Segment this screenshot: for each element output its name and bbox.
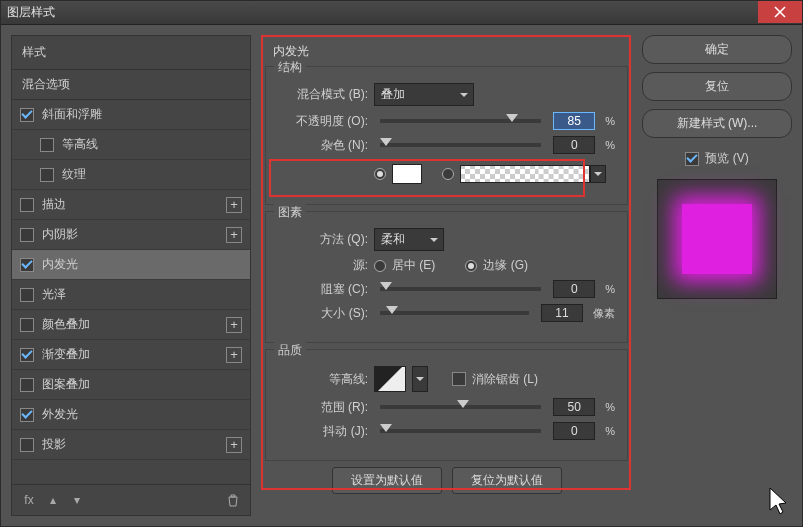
preview-swatch <box>682 204 752 274</box>
style-label: 光泽 <box>42 286 66 303</box>
antialias-label: 消除锯齿 (L) <box>472 371 538 388</box>
contour-label: 等高线: <box>278 371 368 388</box>
technique-select[interactable]: 柔和 <box>374 228 444 251</box>
new-style-button[interactable]: 新建样式 (W)... <box>642 109 792 138</box>
titlebar: 图层样式 <box>1 1 802 25</box>
style-row-10[interactable]: 外发光 <box>12 400 250 430</box>
source-center-radio[interactable] <box>374 260 386 272</box>
style-checkbox[interactable] <box>20 198 34 212</box>
quality-title: 品质 <box>274 342 306 359</box>
style-checkbox[interactable] <box>20 438 34 452</box>
style-row-7[interactable]: 颜色叠加+ <box>12 310 250 340</box>
trash-icon[interactable] <box>224 491 242 509</box>
style-row-2[interactable]: 纹理 <box>12 160 250 190</box>
style-checkbox[interactable] <box>20 288 34 302</box>
preview-box <box>657 179 777 299</box>
arrow-down-icon[interactable]: ▾ <box>68 491 86 509</box>
antialias-checkbox[interactable] <box>452 372 466 386</box>
noise-unit: % <box>605 139 615 151</box>
gradient-dropdown[interactable] <box>590 165 606 183</box>
close-button[interactable] <box>758 1 802 23</box>
source-edge-radio[interactable] <box>465 260 477 272</box>
cursor-icon <box>767 486 787 516</box>
action-panel: 确定 复位 新建样式 (W)... 预览 (V) <box>642 35 792 516</box>
style-label: 外发光 <box>42 406 78 423</box>
styles-heading: 样式 <box>12 36 250 70</box>
add-effect-button[interactable]: + <box>226 227 242 243</box>
style-row-11[interactable]: 投影+ <box>12 430 250 460</box>
blend-mode-select[interactable]: 叠加 <box>374 83 474 106</box>
range-input[interactable]: 50 <box>553 398 595 416</box>
opacity-unit: % <box>605 115 615 127</box>
jitter-unit: % <box>605 425 615 437</box>
style-label: 内发光 <box>42 256 78 273</box>
choke-unit: % <box>605 283 615 295</box>
settings-panel: 内发光 结构 混合模式 (B): 叠加 不透明度 (O): 85 % 杂色 (N… <box>261 35 632 516</box>
style-label: 等高线 <box>62 136 98 153</box>
style-checkbox[interactable] <box>20 258 34 272</box>
add-effect-button[interactable]: + <box>226 437 242 453</box>
style-row-4[interactable]: 内阴影+ <box>12 220 250 250</box>
opacity-label: 不透明度 (O): <box>278 113 368 130</box>
style-checkbox[interactable] <box>20 228 34 242</box>
opacity-input[interactable]: 85 <box>553 112 595 130</box>
fx-icon[interactable]: fx <box>20 491 38 509</box>
style-label: 内阴影 <box>42 226 78 243</box>
jitter-input[interactable]: 0 <box>553 422 595 440</box>
technique-label: 方法 (Q): <box>278 231 368 248</box>
style-label: 图案叠加 <box>42 376 90 393</box>
range-label: 范围 (R): <box>278 399 368 416</box>
noise-slider[interactable] <box>380 143 541 147</box>
contour-dropdown[interactable] <box>412 366 428 392</box>
size-unit: 像素 <box>593 306 615 321</box>
style-row-3[interactable]: 描边+ <box>12 190 250 220</box>
add-effect-button[interactable]: + <box>226 347 242 363</box>
preview-label: 预览 (V) <box>705 150 748 167</box>
size-input[interactable]: 11 <box>541 304 583 322</box>
source-edge-label: 边缘 (G) <box>483 257 528 274</box>
elements-group: 图素 方法 (Q): 柔和 源: 居中 (E) 边缘 (G) 阻塞 (C): 0 <box>265 211 628 343</box>
style-row-8[interactable]: 渐变叠加+ <box>12 340 250 370</box>
structure-title: 结构 <box>274 59 306 76</box>
quality-group: 品质 等高线: 消除锯齿 (L) 范围 (R): 50 % 抖动 (J): <box>265 349 628 461</box>
size-slider[interactable] <box>380 311 529 315</box>
style-checkbox[interactable] <box>40 138 54 152</box>
cancel-button[interactable]: 复位 <box>642 72 792 101</box>
style-label: 斜面和浮雕 <box>42 106 102 123</box>
style-label: 颜色叠加 <box>42 316 90 333</box>
style-checkbox[interactable] <box>20 318 34 332</box>
style-checkbox[interactable] <box>40 168 54 182</box>
ok-button[interactable]: 确定 <box>642 35 792 64</box>
choke-label: 阻塞 (C): <box>278 281 368 298</box>
choke-slider[interactable] <box>380 287 541 291</box>
noise-input[interactable]: 0 <box>553 136 595 154</box>
size-label: 大小 (S): <box>278 305 368 322</box>
blending-options[interactable]: 混合选项 <box>12 70 250 100</box>
style-row-9[interactable]: 图案叠加 <box>12 370 250 400</box>
highlight-box-inner <box>269 159 585 197</box>
style-row-1[interactable]: 等高线 <box>12 130 250 160</box>
add-effect-button[interactable]: + <box>226 197 242 213</box>
jitter-slider[interactable] <box>380 429 541 433</box>
choke-input[interactable]: 0 <box>553 280 595 298</box>
blend-mode-label: 混合模式 (B): <box>278 86 368 103</box>
range-slider[interactable] <box>380 405 541 409</box>
style-checkbox[interactable] <box>20 348 34 362</box>
style-checkbox[interactable] <box>20 408 34 422</box>
preview-checkbox[interactable] <box>685 152 699 166</box>
style-checkbox[interactable] <box>20 378 34 392</box>
style-checkbox[interactable] <box>20 108 34 122</box>
arrow-up-icon[interactable]: ▴ <box>44 491 62 509</box>
style-row-6[interactable]: 光泽 <box>12 280 250 310</box>
style-row-5[interactable]: 内发光 <box>12 250 250 280</box>
source-center-label: 居中 (E) <box>392 257 435 274</box>
opacity-slider[interactable] <box>380 119 541 123</box>
style-label: 描边 <box>42 196 66 213</box>
style-row-0[interactable]: 斜面和浮雕 <box>12 100 250 130</box>
contour-picker[interactable] <box>374 366 406 392</box>
elements-title: 图素 <box>274 204 306 221</box>
jitter-label: 抖动 (J): <box>278 423 368 440</box>
style-label: 渐变叠加 <box>42 346 90 363</box>
style-label: 投影 <box>42 436 66 453</box>
add-effect-button[interactable]: + <box>226 317 242 333</box>
